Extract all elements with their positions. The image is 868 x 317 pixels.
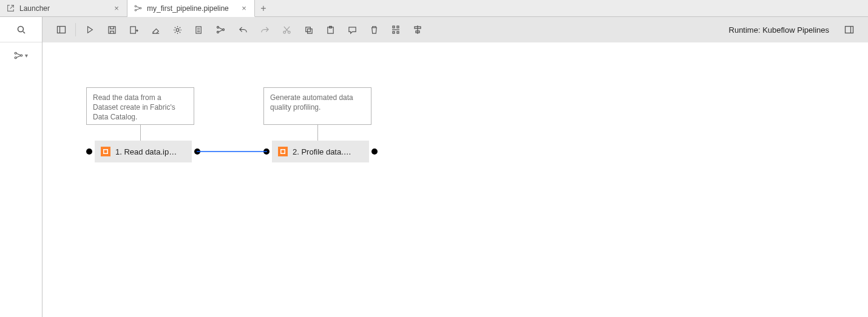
save-icon xyxy=(107,25,117,35)
palette-category-button[interactable]: ▾ xyxy=(0,42,42,68)
notebook-icon xyxy=(101,147,110,156)
comment-text: Read the data from a Dataset create in F… xyxy=(93,93,175,121)
tab-label: Launcher xyxy=(19,4,107,13)
tab-bar: Launcher × my_first_pipeline.pipeline × … xyxy=(0,0,868,17)
search-icon xyxy=(16,25,26,35)
launch-icon xyxy=(6,4,15,13)
svg-point-14 xyxy=(223,29,225,31)
pipeline-edge[interactable] xyxy=(197,148,267,155)
separator xyxy=(75,23,76,36)
comment-connector xyxy=(317,125,318,141)
node-output-port[interactable] xyxy=(371,148,378,155)
pipeline-node-read-data[interactable]: 1. Read data.ip… xyxy=(95,141,192,162)
save-button[interactable] xyxy=(101,19,122,40)
node-label: 2. Profile data.… xyxy=(293,147,351,156)
redo-button[interactable] xyxy=(254,19,275,40)
runtime-label[interactable]: Runtime: Kubeflow Pipelines xyxy=(729,25,829,35)
arrange-horizontally-button[interactable] xyxy=(211,19,231,40)
comment-text: Generate automated data quality profilin… xyxy=(270,93,353,112)
svg-rect-31 xyxy=(282,150,285,153)
eraser-icon xyxy=(151,25,160,35)
svg-rect-23 xyxy=(393,32,395,33)
content-area: ▾ xyxy=(0,17,868,317)
node-label: 1. Read data.ip… xyxy=(115,147,177,156)
svg-rect-8 xyxy=(108,26,115,33)
toggle-left-panel-button[interactable] xyxy=(51,19,72,40)
svg-point-16 xyxy=(288,31,290,33)
paste-button[interactable] xyxy=(320,19,341,40)
export-button[interactable] xyxy=(123,19,144,40)
category-icon xyxy=(14,51,23,60)
svg-rect-29 xyxy=(104,150,107,153)
paste-icon xyxy=(326,25,335,35)
align-icon xyxy=(413,25,422,35)
palette-search-button[interactable] xyxy=(0,17,42,42)
toggle-right-panel-button[interactable] xyxy=(839,19,860,40)
editor-toolbar: Runtime: Kubeflow Pipelines xyxy=(42,17,868,42)
add-tab-button[interactable]: + xyxy=(255,0,272,16)
node-input-port[interactable] xyxy=(86,148,92,155)
svg-rect-22 xyxy=(397,26,399,28)
svg-rect-17 xyxy=(305,27,310,32)
new-notebook-button[interactable] xyxy=(189,19,209,40)
undo-icon xyxy=(239,25,248,35)
svg-rect-21 xyxy=(393,26,395,28)
tab-label: my_first_pipeline.pipeline xyxy=(147,4,235,13)
comment-box[interactable]: Read the data from a Dataset create in F… xyxy=(86,87,194,125)
node-output-port[interactable] xyxy=(194,148,200,155)
pipeline-node-profile-data[interactable]: 2. Profile data.… xyxy=(272,141,369,162)
pipeline-canvas[interactable]: Read the data from a Dataset create in F… xyxy=(42,42,868,317)
run-button[interactable] xyxy=(80,19,100,40)
tab-pipeline[interactable]: my_first_pipeline.pipeline × xyxy=(127,0,255,17)
comment-box[interactable]: Generate automated data quality profilin… xyxy=(263,87,371,125)
svg-rect-18 xyxy=(307,28,312,33)
notebook-icon xyxy=(278,147,288,156)
properties-button[interactable] xyxy=(167,19,188,40)
comment-icon xyxy=(348,25,357,35)
svg-point-15 xyxy=(283,31,285,33)
comment-connector xyxy=(140,125,141,141)
clear-button[interactable] xyxy=(145,19,166,40)
delete-button[interactable] xyxy=(364,19,384,40)
play-icon xyxy=(86,25,94,34)
svg-point-3 xyxy=(18,26,23,32)
palette-rail: ▾ xyxy=(0,17,42,317)
svg-rect-24 xyxy=(397,32,399,33)
panel-icon xyxy=(56,25,66,35)
svg-point-4 xyxy=(15,52,16,54)
svg-rect-9 xyxy=(130,26,135,33)
copy-button[interactable] xyxy=(298,19,319,40)
svg-point-5 xyxy=(15,56,16,58)
cut-button[interactable] xyxy=(276,19,297,40)
close-icon[interactable]: × xyxy=(240,4,248,13)
align-button[interactable] xyxy=(407,19,428,40)
close-icon[interactable]: × xyxy=(112,4,121,13)
arrange-vertically-button[interactable] xyxy=(385,19,406,40)
svg-rect-7 xyxy=(58,27,66,33)
trash-icon xyxy=(370,25,379,35)
copy-icon xyxy=(304,25,313,35)
gear-icon xyxy=(173,25,182,35)
svg-rect-27 xyxy=(846,27,853,33)
add-comment-button[interactable] xyxy=(342,19,362,40)
svg-point-2 xyxy=(140,7,141,9)
chevron-down-icon: ▾ xyxy=(25,52,28,59)
svg-point-1 xyxy=(135,9,137,11)
svg-point-12 xyxy=(217,27,219,28)
cut-icon xyxy=(282,25,291,35)
svg-point-13 xyxy=(217,32,219,33)
arrange-h-icon xyxy=(216,25,226,35)
svg-point-10 xyxy=(176,28,179,32)
panel-right-icon xyxy=(844,25,854,35)
redo-icon xyxy=(260,25,270,35)
arrange-v-icon xyxy=(391,25,401,35)
undo-button[interactable] xyxy=(232,19,253,40)
editor-area: Runtime: Kubeflow Pipelines Read the dat… xyxy=(42,17,868,317)
svg-point-0 xyxy=(135,5,137,7)
pipeline-icon xyxy=(134,4,142,13)
svg-point-6 xyxy=(21,55,22,56)
export-icon xyxy=(129,25,138,35)
tab-launcher[interactable]: Launcher × xyxy=(0,0,127,16)
node-input-port[interactable] xyxy=(263,148,270,155)
notebook-add-icon xyxy=(195,25,204,35)
